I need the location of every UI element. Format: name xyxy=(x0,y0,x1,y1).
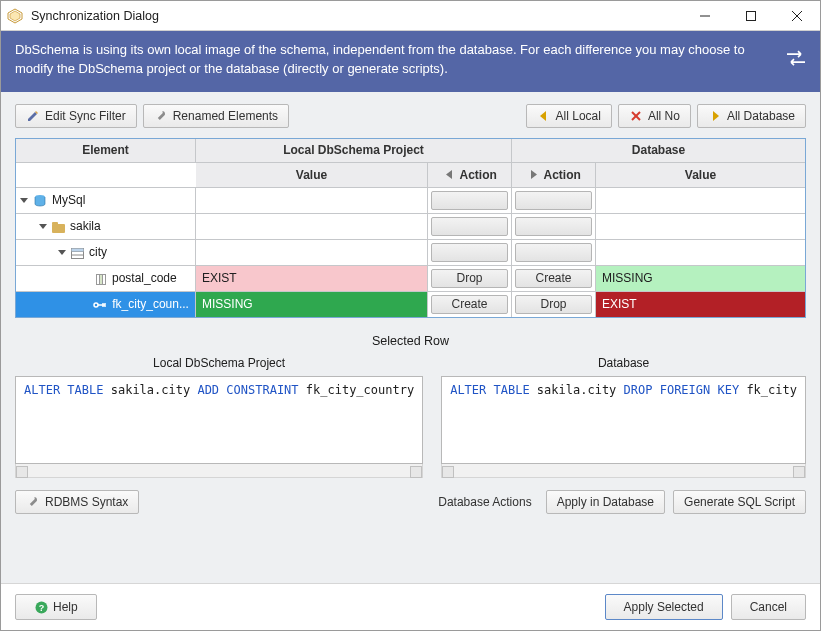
table-row[interactable]: postal_codeEXISTDropCreateMISSING xyxy=(16,265,805,291)
wrench-icon xyxy=(154,109,168,123)
db-icon xyxy=(33,193,47,208)
local-value-cell: EXIST xyxy=(196,265,428,291)
expand-icon[interactable] xyxy=(58,250,66,255)
chevron-right-icon xyxy=(708,109,722,123)
swap-icon[interactable] xyxy=(786,50,806,72)
svg-point-22 xyxy=(94,303,98,307)
close-button[interactable] xyxy=(774,1,820,31)
table-row[interactable]: city xyxy=(16,239,805,265)
tree-cell[interactable]: postal_code xyxy=(16,265,196,291)
db-sql-header: Database xyxy=(441,356,806,370)
all-local-button[interactable]: All Local xyxy=(526,104,612,128)
table-row[interactable]: fk_city_coun...MISSINGCreateDropEXIST xyxy=(16,291,805,317)
drop-local-button[interactable]: Drop xyxy=(431,269,508,288)
svg-text:?: ? xyxy=(38,603,44,613)
edit-sync-filter-button[interactable]: Edit Sync Filter xyxy=(15,104,137,128)
app-icon xyxy=(1,8,29,24)
create-local-button[interactable]: Create xyxy=(431,295,508,314)
dialog-footer: ? Help Apply Selected Cancel xyxy=(1,583,820,630)
expand-icon[interactable] xyxy=(39,224,47,229)
local-action-cell xyxy=(428,239,512,265)
db-action-cell: Drop xyxy=(512,291,596,317)
tree-label: sakila xyxy=(70,219,101,233)
svg-rect-14 xyxy=(52,222,58,225)
db-sql-column: Database ALTER TABLE sakila.city DROP FO… xyxy=(441,356,806,478)
db-value-cell xyxy=(596,213,805,239)
local-value-cell: MISSING xyxy=(196,291,428,317)
col-local-value[interactable]: Value xyxy=(196,163,428,187)
all-no-button[interactable]: All No xyxy=(618,104,691,128)
titlebar: Synchronization Dialog xyxy=(1,1,820,31)
grid-header: Element Local DbSchema Project Database … xyxy=(16,139,805,187)
svg-rect-18 xyxy=(72,248,84,251)
local-sql-box[interactable]: ALTER TABLE sakila.city ADD CONSTRAINT f… xyxy=(15,376,423,464)
lower-toolbar: RDBMS Syntax Database Actions Apply in D… xyxy=(15,490,806,514)
fk-icon xyxy=(93,297,107,311)
chevron-left-icon xyxy=(537,109,551,123)
db-action-cell xyxy=(512,187,596,213)
local-action-cell: Create xyxy=(428,291,512,317)
minimize-button[interactable] xyxy=(682,1,728,31)
wrench-icon xyxy=(26,495,40,509)
tree-label: fk_city_coun... xyxy=(112,297,189,311)
create-db-button[interactable]: Create xyxy=(515,269,592,288)
col-db-value[interactable]: Value xyxy=(596,163,805,187)
col-db-action[interactable]: Action xyxy=(512,163,596,187)
content-area: Edit Sync Filter Renamed Elements All Lo… xyxy=(1,92,820,583)
db-action-cell xyxy=(512,239,596,265)
svg-marker-6 xyxy=(540,111,546,121)
cancel-button[interactable]: Cancel xyxy=(731,594,806,620)
tree-label: postal_code xyxy=(112,271,177,285)
help-icon: ? xyxy=(34,600,48,614)
action-button[interactable] xyxy=(515,191,592,210)
local-action-cell xyxy=(428,187,512,213)
action-button[interactable] xyxy=(431,191,508,210)
generate-sql-script-button[interactable]: Generate SQL Script xyxy=(673,490,806,514)
db-value-cell: EXIST xyxy=(596,291,805,317)
local-value-cell xyxy=(196,187,428,213)
expand-icon[interactable] xyxy=(20,198,28,203)
action-button[interactable] xyxy=(515,217,592,236)
col-local-action[interactable]: Action xyxy=(428,163,512,187)
all-database-button[interactable]: All Database xyxy=(697,104,806,128)
selected-row-panels: Local DbSchema Project ALTER TABLE sakil… xyxy=(15,356,806,478)
dialog-window: Synchronization Dialog DbSchema is using… xyxy=(0,0,821,631)
apply-in-database-button[interactable]: Apply in Database xyxy=(546,490,665,514)
apply-selected-button[interactable]: Apply Selected xyxy=(605,594,723,620)
action-button[interactable] xyxy=(431,217,508,236)
action-button[interactable] xyxy=(431,243,508,262)
x-icon xyxy=(629,109,643,123)
window-title: Synchronization Dialog xyxy=(29,9,682,23)
top-toolbar: Edit Sync Filter Renamed Elements All Lo… xyxy=(15,104,806,128)
chevron-left-icon xyxy=(442,168,456,182)
tree-cell[interactable]: sakila xyxy=(16,213,196,239)
db-value-cell: MISSING xyxy=(596,265,805,291)
maximize-button[interactable] xyxy=(728,1,774,31)
local-value-cell xyxy=(196,213,428,239)
col-local-project[interactable]: Local DbSchema Project xyxy=(196,139,512,163)
tree-cell[interactable]: city xyxy=(16,239,196,265)
svg-marker-10 xyxy=(446,170,452,179)
local-sql-column: Local DbSchema Project ALTER TABLE sakil… xyxy=(15,356,423,478)
drop-db-button[interactable]: Drop xyxy=(515,295,592,314)
selected-row-title: Selected Row xyxy=(15,334,806,348)
col-element[interactable]: Element xyxy=(16,139,196,163)
tree-cell[interactable]: MySql xyxy=(16,187,196,213)
db-action-cell xyxy=(512,213,596,239)
db-sql-box[interactable]: ALTER TABLE sakila.city DROP FOREIGN KEY… xyxy=(441,376,806,464)
diff-grid: Element Local DbSchema Project Database … xyxy=(15,138,806,318)
table-row[interactable]: MySql xyxy=(16,187,805,213)
scrollbar-horizontal[interactable] xyxy=(15,464,423,478)
renamed-elements-button[interactable]: Renamed Elements xyxy=(143,104,289,128)
rdbms-syntax-button[interactable]: RDBMS Syntax xyxy=(15,490,139,514)
table-row[interactable]: sakila xyxy=(16,213,805,239)
tree-cell[interactable]: fk_city_coun... xyxy=(16,291,196,317)
info-banner-text: DbSchema is using its own local image of… xyxy=(15,42,745,76)
local-action-cell: Drop xyxy=(428,265,512,291)
svg-rect-21 xyxy=(103,274,106,284)
help-button[interactable]: ? Help xyxy=(15,594,97,620)
action-button[interactable] xyxy=(515,243,592,262)
pencil-icon xyxy=(26,109,40,123)
col-database[interactable]: Database xyxy=(512,139,805,163)
scrollbar-horizontal[interactable] xyxy=(441,464,806,478)
